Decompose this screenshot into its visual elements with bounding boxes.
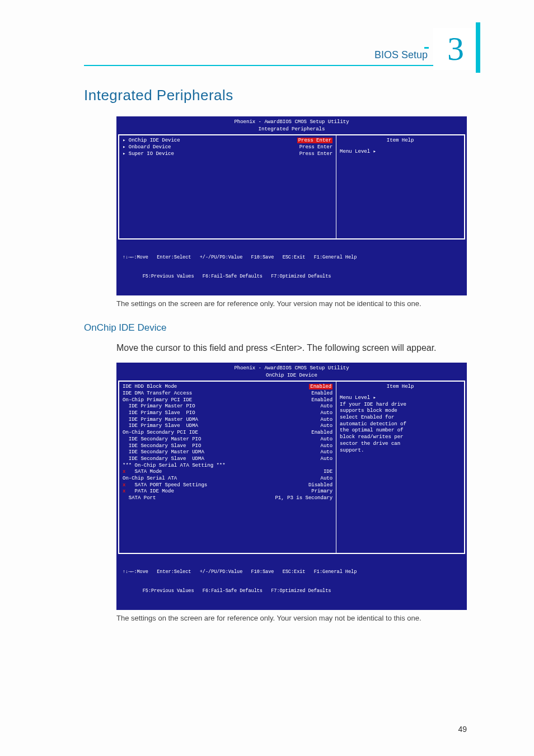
help-line: Menu Level ▸	[340, 395, 461, 402]
bios1-help-body: Menu Level ▸	[340, 149, 461, 156]
page-header: BIOS Setup 3	[84, 28, 467, 70]
bios-row-value: Disabled	[308, 482, 332, 489]
accent-bar	[476, 22, 480, 73]
bios2-subtitle: OnChip IDE Device	[118, 373, 465, 381]
bios-menu-row: IDE Secondary Slave PIOAuto	[123, 443, 332, 450]
bios1-help-title: Item Help	[340, 138, 461, 144]
bios-row-value: Press Enter	[297, 138, 332, 144]
bios-row-value: Primary	[311, 489, 332, 495]
bios-row-label: On-Chip Secondary PCI IDE	[123, 430, 198, 436]
bios1-help-panel: Item Help Menu Level ▸	[336, 135, 464, 238]
bios-menu-row: *** On-Chip Serial ATA Setting ***	[123, 463, 332, 469]
caption-2: The settings on the screen are for refer…	[116, 613, 467, 623]
bios-row-value: Auto	[320, 449, 332, 456]
caption-1: The settings on the screen are for refer…	[116, 299, 467, 309]
bios-row-label: IDE Secondary Slave UDMA	[123, 456, 204, 463]
help-line: support.	[340, 448, 461, 454]
help-line: sector the drive can	[340, 441, 461, 448]
bios-menu-row: IDE Primary Slave UDMAAuto	[123, 423, 332, 430]
bios-row-label: IDE Secondary Slave PIO	[123, 443, 201, 450]
help-line: select Enabled for	[340, 415, 461, 421]
disabled-x-icon: x	[123, 482, 129, 488]
bios-row-label: ▸ Onboard Device	[123, 144, 171, 151]
bios-row-label: ▸ Super IO Device	[123, 151, 174, 158]
bios-screenshot-2: Phoenix - AwardBIOS CMOS Setup Utility O…	[116, 363, 467, 610]
bios-row-value: Auto	[320, 410, 332, 417]
bios-menu-row: IDE Primary Master UDMAAuto	[123, 417, 332, 424]
bios2-help-panel: Item Help Menu Level ▸If your IDE hard d…	[336, 382, 464, 553]
bios-row-label: IDE Primary Slave PIO	[123, 410, 195, 417]
help-line: Menu Level ▸	[340, 149, 461, 156]
bios-row-label: *** On-Chip Serial ATA Setting ***	[123, 463, 226, 469]
bios-row-label: IDE Primary Master UDMA	[123, 417, 198, 424]
bios-row-label: IDE Primary Slave UDMA	[123, 423, 198, 430]
bios-row-value: Auto	[320, 456, 332, 463]
chapter-label: BIOS Setup	[374, 49, 428, 61]
bios-row-value: Auto	[320, 476, 332, 482]
bios1-title: Phoenix - AwardBIOS CMOS Setup Utility	[118, 118, 465, 126]
bios-menu-row: ▸ Super IO DevicePress Enter	[123, 151, 332, 158]
bios2-footer: ↑↓→←:Move Enter:Select +/-/PU/PD:Value F…	[118, 554, 465, 608]
selected-value: Enabled	[309, 384, 332, 389]
bios-row-value: Enabled	[311, 430, 332, 436]
selected-value: Press Enter	[297, 138, 332, 143]
bios-menu-row: ▸ OnChip IDE DevicePress Enter	[123, 138, 332, 144]
bios-menu-row: SATA PortP1, P3 is Secondary	[123, 495, 332, 502]
bios1-subtitle: Integrated Peripherals	[118, 126, 465, 135]
bios2-footer-line1: ↑↓→←:Move Enter:Select +/-/PU/PD:Value F…	[123, 569, 461, 575]
bios-menu-row: IDE Secondary Master UDMAAuto	[123, 449, 332, 456]
bios-row-value: Press Enter	[299, 151, 332, 158]
bios-menu-row: On-Chip Serial ATAAuto	[123, 476, 332, 482]
bios-menu-row: x SATA ModeIDE	[123, 469, 332, 476]
bios-menu-row: IDE HDD Block ModeEnabled	[123, 384, 332, 391]
bios-menu-row: ▸ Onboard DevicePress Enter	[123, 144, 332, 151]
chapter-number-box: 3	[433, 28, 478, 70]
heading-integrated-peripherals: Integrated Peripherals	[84, 87, 467, 104]
header-rule	[84, 65, 433, 66]
bios2-help-title: Item Help	[340, 384, 461, 391]
header-tick	[424, 47, 429, 49]
bios-row-label: On-Chip Serial ATA	[123, 476, 177, 482]
bios-row-value: Enabled	[309, 384, 332, 391]
bios-row-label: x SATA Mode	[123, 469, 162, 476]
bios-row-label: On-Chip Primary PCI IDE	[123, 397, 192, 404]
help-line: supports block mode	[340, 408, 461, 415]
bios-menu-row: x SATA PORT Speed SettingsDisabled	[123, 482, 332, 489]
bios-row-label: IDE HDD Block Mode	[123, 384, 177, 391]
bios-menu-row: On-Chip Secondary PCI IDEEnabled	[123, 430, 332, 436]
bios-row-label: x PATA IDE Mode	[123, 489, 174, 495]
bios-menu-row: On-Chip Primary PCI IDEEnabled	[123, 397, 332, 404]
bios-menu-row: IDE Primary Slave PIOAuto	[123, 410, 332, 417]
bios-row-value: Auto	[320, 423, 332, 430]
bios-menu-row: IDE DMA Transfer AccessEnabled	[123, 391, 332, 397]
bios-row-label: SATA Port	[123, 495, 156, 502]
bios1-footer: ↑↓→←:Move Enter:Select +/-/PU/PD:Value F…	[118, 240, 465, 293]
bios2-menu-panel: IDE HDD Block ModeEnabledIDE DMA Transfe…	[119, 382, 336, 553]
bios-menu-row: x PATA IDE ModePrimary	[123, 489, 332, 495]
bios2-title: Phoenix - AwardBIOS CMOS Setup Utility	[118, 364, 465, 373]
disabled-x-icon: x	[123, 469, 129, 475]
bios-row-value: Auto	[320, 443, 332, 450]
bios-row-label: IDE Primary Master PIO	[123, 403, 195, 410]
bios1-menu-panel: ▸ OnChip IDE DevicePress Enter▸ Onboard …	[119, 135, 336, 238]
disabled-x-icon: x	[123, 489, 129, 494]
chapter-number: 3	[447, 30, 464, 68]
bios-row-value: IDE	[324, 469, 332, 476]
bios-row-label: IDE Secondary Master PIO	[123, 436, 201, 443]
bios-row-value: Press Enter	[299, 144, 332, 151]
bios-menu-row: IDE Primary Master PIOAuto	[123, 403, 332, 410]
bios-row-value: Auto	[320, 417, 332, 424]
bios-row-value: P1, P3 is Secondary	[275, 495, 332, 502]
bios-row-value: Enabled	[311, 391, 332, 397]
bios-row-label: IDE DMA Transfer Access	[123, 391, 192, 397]
bios-row-value: Enabled	[311, 397, 332, 404]
help-line: block read/writes per	[340, 434, 461, 441]
bios1-footer-line1: ↑↓→←:Move Enter:Select +/-/PU/PD:Value F…	[123, 255, 461, 261]
body-paragraph-1: Move the cursor to this field and press …	[116, 341, 467, 355]
bios-row-label: ▸ OnChip IDE Device	[123, 138, 180, 144]
bios2-help-body: Menu Level ▸If your IDE hard drivesuppor…	[340, 395, 461, 454]
heading-onchip-ide: OnChip IDE Device	[84, 322, 467, 334]
bios-row-value: Auto	[320, 436, 332, 443]
bios-row-label: IDE Secondary Master UDMA	[123, 449, 204, 456]
bios-menu-row: IDE Secondary Slave UDMAAuto	[123, 456, 332, 463]
